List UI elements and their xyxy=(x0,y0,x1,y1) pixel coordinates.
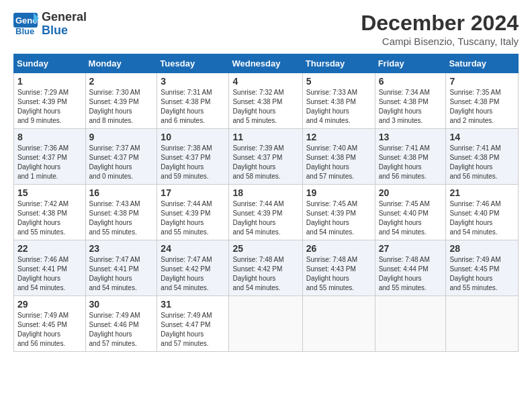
day-number: 6 xyxy=(379,76,443,87)
calendar-cell: 16 Sunrise: 7:43 AMSunset: 4:38 PMDaylig… xyxy=(85,185,157,240)
day-number: 19 xyxy=(306,187,371,198)
day-number: 2 xyxy=(89,76,154,87)
page-container: General Blue General Blue December 2024 … xyxy=(0,0,532,359)
day-info: Sunrise: 7:48 AMSunset: 4:42 PMDaylight … xyxy=(232,256,283,291)
calendar-cell: 17 Sunrise: 7:44 AMSunset: 4:39 PMDaylig… xyxy=(157,185,229,240)
calendar-cell: 5 Sunrise: 7:33 AMSunset: 4:38 PMDayligh… xyxy=(302,73,375,129)
day-number: 14 xyxy=(449,132,515,142)
day-info: Sunrise: 7:30 AMSunset: 4:39 PMDaylight … xyxy=(89,89,140,124)
day-number: 18 xyxy=(232,187,298,198)
day-info: Sunrise: 7:44 AMSunset: 4:39 PMDaylight … xyxy=(161,200,212,236)
header-wednesday: Wednesday xyxy=(229,54,302,73)
day-number: 10 xyxy=(161,132,225,142)
day-info: Sunrise: 7:31 AMSunset: 4:38 PMDaylight … xyxy=(161,89,212,124)
calendar-cell: 20 Sunrise: 7:45 AMSunset: 4:40 PMDaylig… xyxy=(375,185,446,240)
day-number: 30 xyxy=(89,299,154,310)
calendar-cell xyxy=(302,296,375,352)
calendar-cell: 14 Sunrise: 7:41 AMSunset: 4:38 PMDaylig… xyxy=(446,129,519,185)
logo-icon: General Blue xyxy=(13,13,39,36)
calendar-cell: 30 Sunrise: 7:49 AMSunset: 4:46 PMDaylig… xyxy=(85,296,157,352)
calendar-cell: 27 Sunrise: 7:48 AMSunset: 4:44 PMDaylig… xyxy=(375,240,446,296)
day-info: Sunrise: 7:49 AMSunset: 4:46 PMDaylight … xyxy=(89,312,140,347)
calendar-cell: 13 Sunrise: 7:41 AMSunset: 4:38 PMDaylig… xyxy=(375,129,446,185)
day-info: Sunrise: 7:43 AMSunset: 4:38 PMDaylight … xyxy=(89,200,140,236)
calendar-week-5: 29 Sunrise: 7:49 AMSunset: 4:45 PMDaylig… xyxy=(14,296,519,352)
day-info: Sunrise: 7:49 AMSunset: 4:47 PMDaylight … xyxy=(161,312,212,347)
calendar-cell: 9 Sunrise: 7:37 AMSunset: 4:37 PMDayligh… xyxy=(85,129,157,185)
calendar-week-3: 15 Sunrise: 7:42 AMSunset: 4:38 PMDaylig… xyxy=(14,185,519,240)
header-friday: Friday xyxy=(375,54,446,73)
day-info: Sunrise: 7:41 AMSunset: 4:38 PMDaylight … xyxy=(449,144,500,180)
calendar-cell: 10 Sunrise: 7:38 AMSunset: 4:37 PMDaylig… xyxy=(157,129,229,185)
location: Campi Bisenzio, Tuscany, Italy xyxy=(361,36,519,47)
calendar-cell: 2 Sunrise: 7:30 AMSunset: 4:39 PMDayligh… xyxy=(85,73,157,129)
day-number: 1 xyxy=(17,76,82,87)
day-number: 9 xyxy=(89,132,154,142)
calendar-cell: 8 Sunrise: 7:36 AMSunset: 4:37 PMDayligh… xyxy=(14,129,86,185)
calendar-cell xyxy=(229,296,302,352)
day-info: Sunrise: 7:49 AMSunset: 4:45 PMDaylight … xyxy=(17,312,69,347)
calendar-body: 1 Sunrise: 7:29 AMSunset: 4:39 PMDayligh… xyxy=(14,73,519,352)
calendar-cell: 12 Sunrise: 7:40 AMSunset: 4:38 PMDaylig… xyxy=(302,129,375,185)
day-info: Sunrise: 7:47 AMSunset: 4:41 PMDaylight … xyxy=(89,256,140,291)
day-number: 27 xyxy=(379,243,443,254)
calendar-cell: 19 Sunrise: 7:45 AMSunset: 4:39 PMDaylig… xyxy=(302,185,375,240)
header-thursday: Thursday xyxy=(302,54,375,73)
day-info: Sunrise: 7:45 AMSunset: 4:40 PMDaylight … xyxy=(379,200,430,236)
day-info: Sunrise: 7:46 AMSunset: 4:40 PMDaylight … xyxy=(449,200,500,236)
calendar-cell: 22 Sunrise: 7:46 AMSunset: 4:41 PMDaylig… xyxy=(14,240,86,296)
title-block: December 2024 Campi Bisenzio, Tuscany, I… xyxy=(361,11,519,47)
calendar-cell: 7 Sunrise: 7:35 AMSunset: 4:38 PMDayligh… xyxy=(446,73,519,129)
calendar-cell: 29 Sunrise: 7:49 AMSunset: 4:45 PMDaylig… xyxy=(14,296,86,352)
day-number: 26 xyxy=(306,243,371,254)
calendar-cell: 4 Sunrise: 7:32 AMSunset: 4:38 PMDayligh… xyxy=(229,73,302,129)
calendar-week-4: 22 Sunrise: 7:46 AMSunset: 4:41 PMDaylig… xyxy=(14,240,519,296)
day-number: 4 xyxy=(232,76,298,87)
calendar-cell xyxy=(446,296,519,352)
calendar-week-2: 8 Sunrise: 7:36 AMSunset: 4:37 PMDayligh… xyxy=(14,129,519,185)
header-saturday: Saturday xyxy=(446,54,519,73)
day-info: Sunrise: 7:48 AMSunset: 4:43 PMDaylight … xyxy=(306,256,357,291)
month-title: December 2024 xyxy=(361,11,519,36)
calendar-week-1: 1 Sunrise: 7:29 AMSunset: 4:39 PMDayligh… xyxy=(14,73,519,129)
day-number: 20 xyxy=(379,187,443,198)
day-number: 16 xyxy=(89,187,154,198)
day-info: Sunrise: 7:33 AMSunset: 4:38 PMDaylight … xyxy=(306,89,357,124)
day-info: Sunrise: 7:47 AMSunset: 4:42 PMDaylight … xyxy=(161,256,212,291)
calendar-cell: 25 Sunrise: 7:48 AMSunset: 4:42 PMDaylig… xyxy=(229,240,302,296)
day-number: 11 xyxy=(232,132,298,142)
day-number: 29 xyxy=(17,299,82,310)
day-info: Sunrise: 7:44 AMSunset: 4:39 PMDaylight … xyxy=(232,200,283,236)
calendar-cell: 1 Sunrise: 7:29 AMSunset: 4:39 PMDayligh… xyxy=(14,73,86,129)
calendar-cell: 28 Sunrise: 7:49 AMSunset: 4:45 PMDaylig… xyxy=(446,240,519,296)
day-info: Sunrise: 7:48 AMSunset: 4:44 PMDaylight … xyxy=(379,256,430,291)
calendar-cell: 31 Sunrise: 7:49 AMSunset: 4:47 PMDaylig… xyxy=(157,296,229,352)
day-info: Sunrise: 7:42 AMSunset: 4:38 PMDaylight … xyxy=(17,200,69,236)
day-info: Sunrise: 7:37 AMSunset: 4:37 PMDaylight … xyxy=(89,144,140,180)
calendar-cell: 26 Sunrise: 7:48 AMSunset: 4:43 PMDaylig… xyxy=(302,240,375,296)
calendar-cell: 24 Sunrise: 7:47 AMSunset: 4:42 PMDaylig… xyxy=(157,240,229,296)
day-info: Sunrise: 7:46 AMSunset: 4:41 PMDaylight … xyxy=(17,256,69,291)
day-info: Sunrise: 7:49 AMSunset: 4:45 PMDaylight … xyxy=(449,256,500,291)
day-number: 23 xyxy=(89,243,154,254)
day-info: Sunrise: 7:34 AMSunset: 4:38 PMDaylight … xyxy=(379,89,430,124)
day-number: 22 xyxy=(17,243,82,254)
day-info: Sunrise: 7:36 AMSunset: 4:37 PMDaylight … xyxy=(17,144,69,180)
header-monday: Monday xyxy=(85,54,157,73)
day-number: 31 xyxy=(161,299,225,310)
day-header-row: Sunday Monday Tuesday Wednesday Thursday… xyxy=(14,54,519,73)
day-info: Sunrise: 7:39 AMSunset: 4:37 PMDaylight … xyxy=(232,144,283,180)
day-number: 17 xyxy=(161,187,225,198)
day-info: Sunrise: 7:32 AMSunset: 4:38 PMDaylight … xyxy=(232,89,283,124)
logo: General Blue General Blue xyxy=(13,11,87,38)
day-number: 7 xyxy=(449,76,515,87)
day-number: 8 xyxy=(17,132,82,142)
calendar-table: Sunday Monday Tuesday Wednesday Thursday… xyxy=(13,54,519,352)
day-number: 5 xyxy=(306,76,371,87)
day-info: Sunrise: 7:29 AMSunset: 4:39 PMDaylight … xyxy=(17,89,69,124)
day-info: Sunrise: 7:35 AMSunset: 4:38 PMDaylight … xyxy=(449,89,500,124)
day-info: Sunrise: 7:40 AMSunset: 4:38 PMDaylight … xyxy=(306,144,357,180)
calendar-cell: 15 Sunrise: 7:42 AMSunset: 4:38 PMDaylig… xyxy=(14,185,86,240)
calendar-cell: 3 Sunrise: 7:31 AMSunset: 4:38 PMDayligh… xyxy=(157,73,229,129)
logo-general: General xyxy=(42,11,87,24)
